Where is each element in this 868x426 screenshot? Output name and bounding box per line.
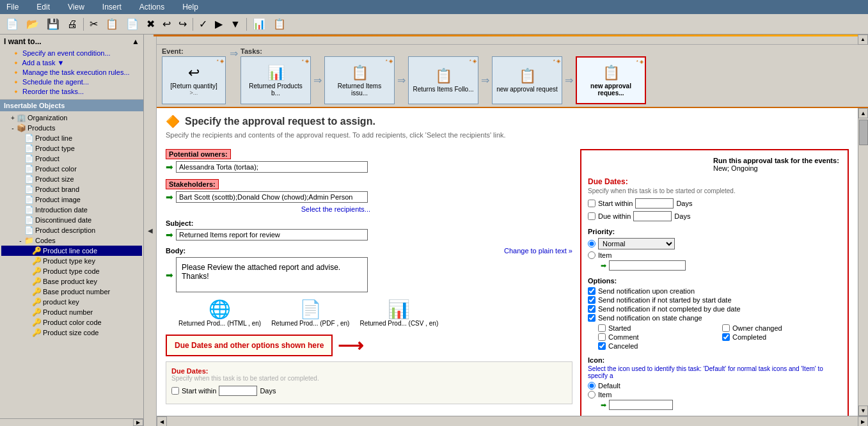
expand-codes[interactable]: -: [17, 237, 24, 244]
tree-product-number[interactable]: 🔑 Product number: [1, 307, 142, 317]
tree-product-type-key[interactable]: 🔑 Product type key: [1, 256, 142, 266]
canceled-check[interactable]: [598, 342, 606, 350]
menu-view[interactable]: View: [64, 1, 88, 13]
expand-organization[interactable]: +: [9, 114, 17, 122]
tb-run[interactable]: ▶: [212, 16, 226, 32]
bottom-start-within-check[interactable]: [171, 387, 179, 395]
attachment-pdf[interactable]: 📄 Returned Prod... (PDF , en): [271, 299, 349, 327]
started-check[interactable]: [598, 324, 606, 332]
send-not-completed-check[interactable]: [588, 305, 596, 313]
task-returned-items[interactable]: * ◈ 📋 Returned Items issu...: [324, 56, 395, 104]
scroll-left-btn[interactable]: ◀: [157, 416, 167, 426]
tree-h-scrollbar[interactable]: ▶: [0, 418, 143, 426]
scroll-up-btn[interactable]: ▲: [858, 35, 868, 45]
icon-radio-default[interactable]: [588, 382, 596, 390]
scroll-down-arrow[interactable]: ▼: [858, 406, 868, 416]
comment-check[interactable]: [598, 333, 606, 341]
send-not-started-check[interactable]: [588, 296, 596, 304]
priority-item-input[interactable]: [609, 260, 686, 271]
bottom-start-within-input[interactable]: [219, 386, 257, 396]
tb-check[interactable]: ✓: [196, 16, 210, 32]
start-within-input[interactable]: [635, 198, 674, 209]
menu-edit[interactable]: Edit: [33, 1, 54, 13]
attachment-csv[interactable]: 📊 Returned Prod... (CSV , en): [359, 299, 438, 327]
subject-input[interactable]: [176, 229, 368, 241]
task-return-quantity[interactable]: * ◈ ↩ [Return quantity] >...: [162, 56, 226, 104]
tree-organization[interactable]: + 🏢 Organization: [1, 113, 142, 123]
icon-item-input[interactable]: [609, 400, 673, 410]
schedule-agent-link[interactable]: 🔸 Schedule the agent...: [4, 77, 139, 87]
tb-copy[interactable]: 📋: [102, 16, 122, 32]
tree-product[interactable]: 📄 Product: [1, 154, 142, 164]
tb-print[interactable]: 🖨: [64, 17, 81, 32]
tree-base-product-number[interactable]: 🔑 Base product number: [1, 287, 142, 297]
menu-help[interactable]: Help: [178, 1, 202, 13]
tb-open[interactable]: 📂: [23, 16, 42, 32]
task-returns-items[interactable]: * ◈ 📋 Returns Items Follo...: [408, 56, 478, 104]
potential-owners-input[interactable]: [176, 161, 368, 173]
scroll-up-arrow[interactable]: ▲: [858, 108, 868, 118]
tree-product-line-code[interactable]: 🔑 Product line code: [1, 246, 142, 256]
expand-products[interactable]: -: [9, 125, 17, 132]
tb-cut[interactable]: ✂: [86, 16, 101, 32]
task-new-approval-2[interactable]: * ◈ 📋 new approval reques...: [576, 56, 646, 104]
stakeholders-input[interactable]: [176, 191, 368, 203]
panel-nav-arrow[interactable]: ◀: [144, 35, 157, 426]
specify-event-link[interactable]: 🔸 Specify an event condition...: [4, 49, 139, 58]
priority-radio-item[interactable]: [588, 251, 596, 259]
tree-product-brand[interactable]: 📄 Product brand: [1, 184, 142, 194]
body-content[interactable]: Please Review the attached report and ad…: [176, 257, 368, 292]
tree-product-color-code[interactable]: 🔑 Product color code: [1, 317, 142, 327]
send-state-change-check[interactable]: [588, 314, 596, 322]
tb-report1[interactable]: 📊: [249, 16, 269, 32]
i-want-to-collapse[interactable]: ▲: [132, 37, 139, 46]
scroll-thumb-area[interactable]: [858, 118, 868, 406]
tb-save[interactable]: 💾: [43, 16, 63, 32]
tb-dropdown[interactable]: ▼: [227, 17, 244, 32]
priority-radio-normal[interactable]: [588, 240, 596, 248]
tree-product-key[interactable]: 🔑 product key: [1, 297, 142, 307]
icon-radio-item[interactable]: [588, 391, 596, 398]
tree-product-desc[interactable]: 📄 Product description: [1, 225, 142, 235]
reorder-tasks-link[interactable]: 🔸 Reorder the tasks...: [4, 87, 139, 97]
priority-select[interactable]: Normal High Low: [598, 238, 675, 249]
send-on-creation-check[interactable]: [588, 287, 596, 295]
tree-product-line[interactable]: 📄 Product line: [1, 133, 142, 143]
select-recipients-link[interactable]: Select the recipients...: [178, 205, 370, 213]
menu-file[interactable]: File: [3, 1, 22, 13]
tree-codes[interactable]: - 📁 Codes: [1, 235, 142, 246]
task-returned-products[interactable]: * ◈ 📊 Returned Products b...: [241, 56, 311, 104]
tb-new[interactable]: 📄: [3, 16, 22, 32]
tree-product-color[interactable]: 📄 Product color: [1, 164, 142, 174]
menu-actions[interactable]: Actions: [136, 1, 168, 13]
tree-products[interactable]: - 📦 Products: [1, 123, 142, 133]
scroll-track[interactable]: [167, 416, 858, 426]
add-task-link[interactable]: 🔸 Add a task ▼: [4, 58, 139, 68]
tree-intro-date[interactable]: 📄 Introduction date: [1, 205, 142, 215]
task-new-approval-1[interactable]: * ◈ 📋 new approval request: [492, 56, 562, 104]
menu-insert[interactable]: Insert: [99, 1, 125, 13]
tb-delete[interactable]: ✖: [143, 16, 158, 32]
due-within-check[interactable]: [588, 212, 596, 220]
tree-disc-date[interactable]: 📄 Discontinued date: [1, 215, 142, 225]
tree-product-image[interactable]: 📄 Product image: [1, 194, 142, 205]
tb-undo[interactable]: ↩: [159, 16, 174, 32]
tree-product-type-code[interactable]: 🔑 Product type code: [1, 266, 142, 276]
due-within-input[interactable]: [633, 211, 672, 221]
tree-product-type[interactable]: 📄 Product type: [1, 143, 142, 154]
attachment-html[interactable]: 🌐 Returned Prod... (HTML , en): [178, 299, 261, 327]
scroll-thumb[interactable]: [859, 120, 868, 145]
tb-redo[interactable]: ↪: [175, 16, 190, 32]
start-within-check[interactable]: [588, 200, 596, 207]
nav-left-icon[interactable]: ◀: [148, 227, 153, 234]
change-to-plain-link[interactable]: Change to plain text »: [504, 247, 572, 255]
owner-changed-check[interactable]: [722, 324, 730, 332]
scroll-right-btn[interactable]: ▶: [858, 416, 868, 426]
completed-check[interactable]: [722, 333, 730, 341]
tree-product-size[interactable]: 📄 Product size: [1, 174, 142, 184]
tree-base-product-key[interactable]: 🔑 Base product key: [1, 276, 142, 287]
manage-rules-link[interactable]: 🔸 Manage the task execution rules...: [4, 68, 139, 77]
tree-scroll-right[interactable]: ▶: [133, 419, 143, 426]
tb-report2[interactable]: 📋: [270, 16, 289, 32]
tree-product-size-code[interactable]: 🔑 Product size code: [1, 327, 142, 338]
